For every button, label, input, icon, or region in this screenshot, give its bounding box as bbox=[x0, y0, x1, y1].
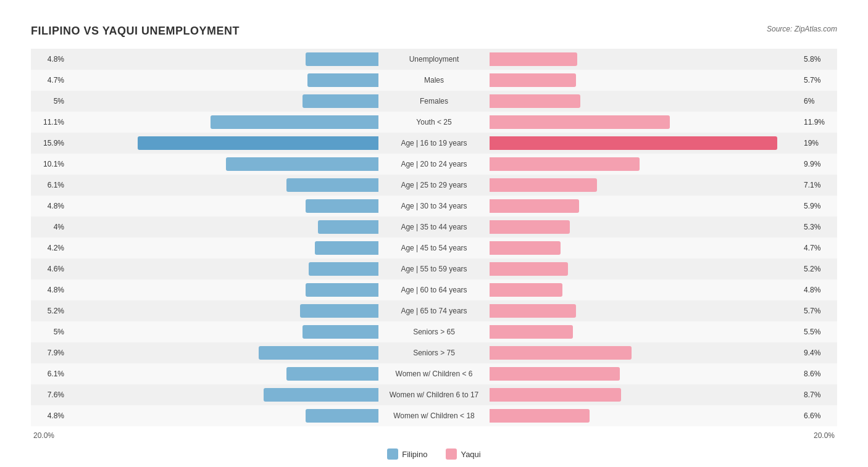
bar-pink bbox=[490, 115, 670, 129]
right-value: 5.8% bbox=[800, 55, 837, 64]
bar-blue bbox=[309, 262, 378, 276]
bar-blue bbox=[303, 94, 378, 108]
bar-blue bbox=[138, 136, 378, 150]
table-row: 5% Females 6% bbox=[31, 91, 837, 112]
table-row: 6.1% Age | 25 to 29 years 7.1% bbox=[31, 175, 837, 196]
bar-pink bbox=[490, 52, 577, 66]
left-bar-area bbox=[68, 220, 378, 234]
table-row: 4.7% Males 5.7% bbox=[31, 70, 837, 91]
right-bar-area bbox=[490, 157, 800, 171]
left-bar-area bbox=[68, 241, 378, 255]
bar-blue bbox=[306, 52, 378, 66]
table-row: 5.2% Age | 65 to 74 years 5.7% bbox=[31, 300, 837, 321]
right-bar-area bbox=[490, 367, 800, 381]
bar-blue bbox=[211, 115, 378, 129]
right-value: 5.7% bbox=[800, 307, 837, 315]
row-label: Women w/ Children < 6 bbox=[378, 370, 490, 378]
bar-pink bbox=[490, 157, 640, 171]
left-value: 4% bbox=[31, 223, 68, 231]
left-bar-area bbox=[68, 262, 378, 276]
table-row: 5% Seniors > 65 5.5% bbox=[31, 321, 837, 342]
row-label: Age | 30 to 34 years bbox=[378, 202, 490, 210]
bar-pink bbox=[490, 367, 620, 381]
left-bar-area bbox=[68, 94, 378, 108]
left-value: 6.1% bbox=[31, 370, 68, 378]
table-row: 4.8% Age | 60 to 64 years 4.8% bbox=[31, 279, 837, 300]
right-bar-area bbox=[490, 241, 800, 255]
table-row: 6.1% Women w/ Children < 6 8.6% bbox=[31, 363, 837, 384]
bar-pink bbox=[490, 241, 561, 255]
right-value: 8.7% bbox=[800, 391, 837, 399]
left-value: 4.8% bbox=[31, 55, 68, 64]
bar-pink bbox=[490, 346, 632, 360]
right-value: 11.9% bbox=[800, 118, 837, 126]
row-label: Age | 45 to 54 years bbox=[378, 244, 490, 252]
row-label: Age | 60 to 64 years bbox=[378, 286, 490, 294]
right-value: 5.3% bbox=[800, 223, 837, 231]
right-bar-area bbox=[490, 220, 800, 234]
row-label: Females bbox=[378, 97, 490, 105]
table-row: 4.2% Age | 45 to 54 years 4.7% bbox=[31, 238, 837, 258]
chart-container: FILIPINO VS YAQUI UNEMPLOYMENT Source: Z… bbox=[12, 12, 856, 467]
right-value: 6% bbox=[800, 97, 837, 105]
legend-label-filipino: Filipino bbox=[402, 450, 427, 459]
right-value: 19% bbox=[800, 139, 837, 147]
left-value: 5.2% bbox=[31, 307, 68, 315]
bar-pink bbox=[490, 136, 777, 150]
legend-item-yaqui: Yaqui bbox=[446, 448, 480, 460]
left-value: 4.2% bbox=[31, 244, 68, 252]
left-value: 11.1% bbox=[31, 118, 68, 126]
left-bar-area bbox=[68, 283, 378, 297]
left-value: 10.1% bbox=[31, 160, 68, 168]
legend-box-yaqui bbox=[446, 448, 457, 460]
bar-blue bbox=[315, 241, 378, 255]
row-label: Age | 35 to 44 years bbox=[378, 223, 490, 231]
table-row: 4.8% Age | 30 to 34 years 5.9% bbox=[31, 196, 837, 217]
row-label: Age | 55 to 59 years bbox=[378, 265, 490, 273]
right-bar-area bbox=[490, 136, 800, 150]
right-bar-area bbox=[490, 178, 800, 192]
left-bar-area bbox=[68, 157, 378, 171]
bar-blue bbox=[286, 367, 378, 381]
table-row: 4.8% Women w/ Children < 18 6.6% bbox=[31, 405, 837, 426]
right-value: 7.1% bbox=[800, 181, 837, 189]
left-bar-area bbox=[68, 52, 378, 66]
row-label: Age | 20 to 24 years bbox=[378, 160, 490, 168]
right-value: 5.7% bbox=[800, 76, 837, 85]
left-bar-area bbox=[68, 136, 378, 150]
bar-pink bbox=[490, 409, 590, 423]
bar-pink bbox=[490, 199, 579, 213]
row-label: Age | 25 to 29 years bbox=[378, 181, 490, 189]
left-bar-area bbox=[68, 367, 378, 381]
row-label: Age | 65 to 74 years bbox=[378, 307, 490, 315]
left-value: 5% bbox=[31, 97, 68, 105]
left-bar-area bbox=[68, 115, 378, 129]
right-bar-area bbox=[490, 325, 800, 339]
left-bar-area bbox=[68, 178, 378, 192]
right-value: 6.6% bbox=[800, 411, 837, 420]
row-label: Age | 16 to 19 years bbox=[378, 139, 490, 147]
right-bar-area bbox=[490, 52, 800, 66]
chart-title: FILIPINO VS YAQUI UNEMPLOYMENT bbox=[31, 25, 240, 38]
left-value: 15.9% bbox=[31, 139, 68, 147]
bar-pink bbox=[490, 220, 570, 234]
bar-blue bbox=[259, 346, 378, 360]
legend-item-filipino: Filipino bbox=[387, 448, 427, 460]
bar-blue bbox=[318, 220, 378, 234]
left-bar-area bbox=[68, 325, 378, 339]
chart-source: Source: ZipAtlas.com bbox=[767, 25, 837, 33]
bar-pink bbox=[490, 73, 576, 87]
row-label: Women w/ Children < 18 bbox=[378, 411, 490, 420]
bar-pink bbox=[490, 94, 580, 108]
bar-blue bbox=[286, 178, 378, 192]
row-label: Seniors > 75 bbox=[378, 349, 490, 357]
left-bar-area bbox=[68, 409, 378, 423]
right-value: 9.4% bbox=[800, 349, 837, 357]
bar-pink bbox=[490, 388, 621, 402]
right-bar-area bbox=[490, 346, 800, 360]
row-label: Seniors > 65 bbox=[378, 328, 490, 336]
right-bar-area bbox=[490, 115, 800, 129]
left-bar-area bbox=[68, 388, 378, 402]
axis-labels: 20.0% 20.0% bbox=[31, 429, 837, 442]
right-bar-area bbox=[490, 304, 800, 318]
